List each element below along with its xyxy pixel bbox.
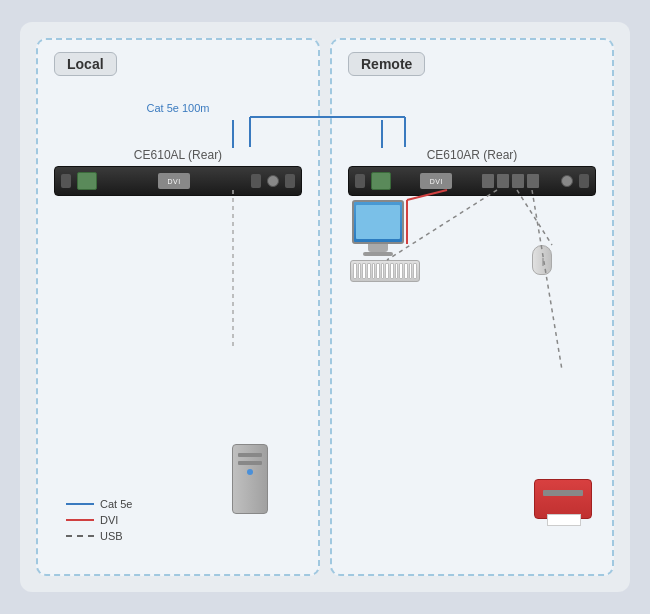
key-4 [367,263,371,279]
printer-slot [543,490,583,496]
key-8 [385,263,389,279]
remote-usb-2 [497,174,509,188]
local-device-label: CE610AL (Rear) [54,148,302,162]
legend-usb: USB [66,530,132,542]
remote-panel: Remote CE610AR (Rear) DVI [330,38,614,576]
legend-dvi: DVI [66,514,132,526]
key-5 [372,263,376,279]
remote-usb-4 [527,174,539,188]
local-cables-svg [38,40,318,574]
local-panel: Local Cat 5e 100m CE610AL (Rear) DVI [36,38,320,576]
legend-dvi-label: DVI [100,514,118,526]
key-9 [390,263,394,279]
legend: Cat 5e DVI USB [66,498,132,546]
tower-computer [232,444,268,514]
monitor-body [352,200,404,244]
legend-usb-line [66,535,94,537]
printer [534,479,592,519]
remote-usb-1 [482,174,494,188]
cat5e-label: Cat 5e 100m [38,102,318,114]
mouse-line [542,258,544,266]
mouse [532,245,552,275]
local-port-usb1 [251,174,261,188]
mouse-body [532,245,552,275]
main-container: Local Cat 5e 100m CE610AL (Rear) DVI [20,22,630,592]
remote-device-bar: DVI [348,166,596,196]
key-1 [353,263,357,279]
key-14 [413,263,417,279]
local-port-rj45 [77,172,97,190]
local-device-bar: DVI [54,166,302,196]
keyboard [350,260,420,282]
local-label: Local [54,52,117,76]
keyboard-body [350,260,420,282]
local-port-circle [267,175,279,187]
legend-usb-label: USB [100,530,123,542]
tower-drive-1 [238,453,262,457]
key-13 [409,263,413,279]
monitor-screen [356,205,400,239]
remote-usb-3 [512,174,524,188]
printer-paper [547,514,581,526]
remote-port-rj45 [371,172,391,190]
local-port-dvi: DVI [158,173,190,189]
remote-port-usb-group [482,174,539,188]
legend-dvi-line [66,519,94,521]
monitor-stand [368,244,388,252]
remote-port-circle [561,175,573,187]
key-11 [399,263,403,279]
key-2 [358,263,362,279]
key-12 [404,263,408,279]
remote-device-wrapper: CE610AR (Rear) DVI [348,148,596,196]
printer-body [534,479,592,519]
local-port-last [285,174,295,188]
tower-led [247,469,253,475]
remote-port-dvi: DVI [420,173,452,189]
monitor [352,200,404,256]
remote-port-1 [355,174,365,188]
monitor-base [363,252,393,256]
remote-label: Remote [348,52,425,76]
svg-line-7 [532,190,562,370]
key-7 [381,263,385,279]
key-6 [376,263,380,279]
legend-cat5e: Cat 5e [66,498,132,510]
local-port-1 [61,174,71,188]
tower-drive-2 [238,461,262,465]
remote-device-label: CE610AR (Rear) [348,148,596,162]
key-10 [395,263,399,279]
tower-body [232,444,268,514]
svg-line-6 [517,190,552,245]
local-device-wrapper: CE610AL (Rear) DVI [54,148,302,196]
remote-port-last [579,174,589,188]
legend-cat5e-label: Cat 5e [100,498,132,510]
key-3 [362,263,366,279]
legend-cat5e-line [66,503,94,505]
